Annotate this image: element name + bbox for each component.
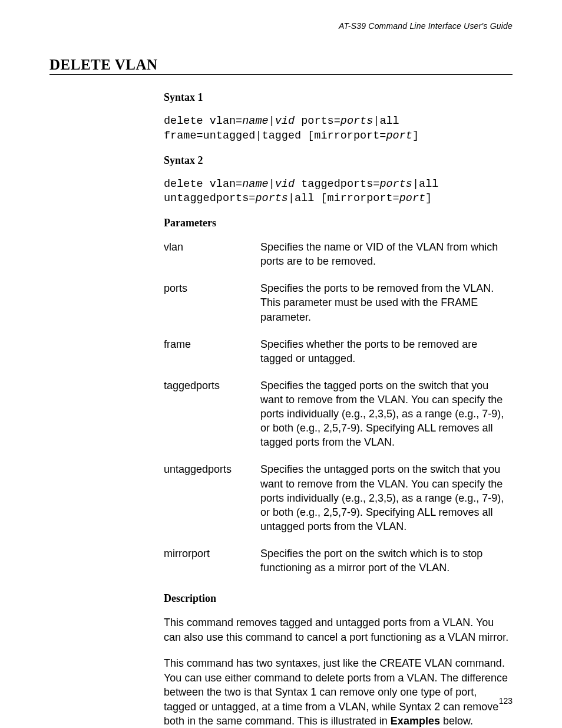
param-name: mirrorport: [164, 546, 260, 588]
section-head-syntax2: Syntax 2: [164, 154, 511, 167]
param-desc: Specifies the untagged ports on the swit…: [260, 462, 511, 546]
content-column: Syntax 1 delete vlan=name|vid ports=port…: [164, 91, 511, 728]
param-desc: Specifies whether the ports to be remove…: [260, 337, 511, 378]
section-head-syntax1: Syntax 1: [164, 91, 511, 104]
param-name: untaggedports: [164, 462, 260, 546]
table-row: frame Specifies whether the ports to be …: [164, 337, 511, 378]
param-name: frame: [164, 337, 260, 378]
table-row: mirrorport Specifies the port on the swi…: [164, 546, 511, 588]
syntax2-block: delete vlan=name|vid taggedports=ports|a…: [164, 177, 511, 207]
table-row: vlan Specifies the name or VID of the VL…: [164, 240, 511, 281]
description-paragraph: This command removes tagged and untagged…: [164, 615, 511, 644]
syntax1-block: delete vlan=name|vid ports=ports|all fra…: [164, 114, 511, 144]
title-rule: DELETE VLAN: [49, 57, 513, 75]
page: AT-S39 Command Line Interface User's Gui…: [0, 0, 562, 728]
parameters-table: vlan Specifies the name or VID of the VL…: [164, 240, 511, 588]
param-name: vlan: [164, 240, 260, 281]
param-desc: Specifies the ports to be removed from t…: [260, 281, 511, 337]
param-desc: Specifies the name or VID of the VLAN fr…: [260, 240, 511, 281]
description-paragraph: This command has two syntaxes, just like…: [164, 656, 511, 728]
param-name: ports: [164, 281, 260, 337]
section-head-parameters: Parameters: [164, 217, 511, 229]
param-name: taggedports: [164, 378, 260, 463]
page-title: DELETE VLAN: [49, 57, 513, 73]
page-number: 123: [499, 696, 513, 706]
table-row: ports Specifies the ports to be removed …: [164, 281, 511, 337]
running-head: AT-S39 Command Line Interface User's Gui…: [49, 21, 513, 31]
examples-ref: Examples: [391, 715, 440, 727]
table-row: taggedports Specifies the tagged ports o…: [164, 378, 511, 463]
section-head-description: Description: [164, 592, 511, 605]
param-desc: Specifies the port on the switch which i…: [260, 546, 511, 588]
table-row: untaggedports Specifies the untagged por…: [164, 462, 511, 546]
param-desc: Specifies the tagged ports on the switch…: [260, 378, 511, 463]
